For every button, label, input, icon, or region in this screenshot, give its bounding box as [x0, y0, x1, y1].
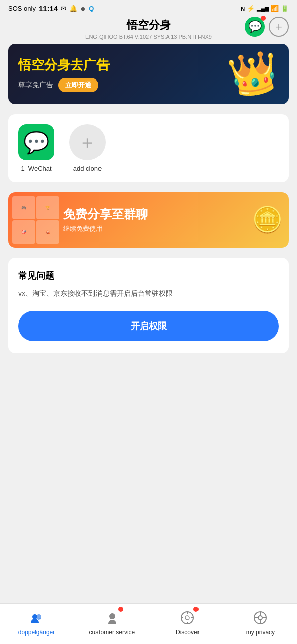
- nav-item-customer-service[interactable]: customer service: [89, 609, 135, 636]
- nav-label-discover: Discover: [176, 629, 200, 636]
- nav-label-customer-service: customer service: [89, 629, 135, 636]
- crown-icon: 👑: [229, 54, 279, 94]
- doppelganger-icon: [28, 609, 46, 627]
- apps-section: 💬 1_WeChat ＋ add clone: [8, 114, 289, 182]
- discover-icon: [178, 609, 196, 627]
- header-icons: 💬 ＋: [245, 17, 289, 37]
- coins-icon: 🪙: [252, 207, 289, 232]
- qq-icon: Q: [89, 5, 94, 12]
- my-privacy-icon: [251, 609, 269, 627]
- nav-label-doppelganger: doppelgänger: [18, 629, 55, 636]
- wechat-badge: [261, 16, 266, 21]
- ad-title: 悟空分身去广告: [18, 56, 110, 74]
- promo-text-area: 免费分享至群聊 继续免费使用: [63, 200, 252, 239]
- promo-img-4: 🎪: [36, 220, 59, 244]
- svg-point-11: [258, 616, 262, 620]
- app-item-wechat[interactable]: 💬 1_WeChat: [18, 124, 54, 172]
- nfc-icon: N: [241, 6, 245, 12]
- faq-button[interactable]: 开启权限: [18, 311, 279, 341]
- ad-open-button[interactable]: 立即开通: [58, 78, 98, 92]
- nav-item-my-privacy[interactable]: my privacy: [240, 609, 280, 636]
- bottom-spacer: [8, 363, 289, 414]
- wifi-icon: 📶: [271, 5, 279, 12]
- recording-icon: ⏺: [80, 6, 86, 12]
- status-time: 11:14: [39, 4, 58, 13]
- nav-item-doppelganger[interactable]: doppelgänger: [17, 609, 57, 636]
- wechat-button[interactable]: 💬: [245, 17, 265, 37]
- nav-label-my-privacy: my privacy: [246, 629, 275, 636]
- app-icon-wechat: 💬: [18, 124, 54, 160]
- header-title: 悟空分身: [30, 18, 267, 33]
- wechat-app-icon: 💬: [23, 130, 49, 155]
- add-clone-icon: ＋: [78, 130, 96, 155]
- promo-img-2: 🏆: [36, 196, 59, 219]
- svg-point-5: [185, 616, 189, 620]
- faq-title: 常见问题: [18, 270, 279, 282]
- app-item-add[interactable]: ＋ add clone: [69, 124, 106, 172]
- bottom-nav: doppelgänger customer service Disco: [0, 603, 297, 644]
- add-button[interactable]: ＋: [269, 17, 289, 37]
- status-left: SOS only 11:14 ✉ 🔔 ⏺ Q: [8, 4, 94, 13]
- customer-service-icon: [103, 609, 121, 627]
- nav-item-discover[interactable]: Discover: [167, 609, 208, 636]
- svg-point-3: [111, 613, 114, 616]
- header-subtitle: ENG:QIHOO BT:64 V:1027 SYS:A 13 PB:NTH-N…: [30, 34, 267, 40]
- app-label-add: add clone: [73, 165, 102, 172]
- bluetooth-icon: ⚡: [247, 5, 255, 12]
- bell-icon: 🔔: [69, 5, 77, 12]
- faq-section: 常见问题 vx、淘宝、京东接收不到消息需开启后台常驻权限 开启权限: [8, 258, 289, 353]
- envelope-icon: ✉: [61, 5, 66, 12]
- promo-title: 免费分享至群聊: [63, 206, 252, 222]
- customer-service-badge: [118, 607, 123, 612]
- sos-label: SOS only: [8, 5, 36, 12]
- battery-icon: 🔋: [281, 5, 289, 12]
- plus-icon: ＋: [273, 19, 284, 34]
- status-bar: SOS only 11:14 ✉ 🔔 ⏺ Q N ⚡ ▂▄▆ 📶 🔋: [0, 0, 297, 15]
- app-label-wechat: 1_WeChat: [21, 165, 51, 172]
- promo-subtitle: 继续免费使用: [63, 224, 252, 233]
- main-content: 悟空分身去广告 尊享免广告 立即开通 👑 💬 1_WeChat ＋ add cl…: [0, 44, 297, 414]
- status-right: N ⚡ ▂▄▆ 📶 🔋: [241, 5, 289, 12]
- ad-subtitle-text: 尊享免广告: [18, 80, 53, 90]
- promo-img-1: 🎮: [12, 196, 35, 219]
- ad-left: 悟空分身去广告 尊享免广告 立即开通: [18, 56, 110, 92]
- ad-banner: 悟空分身去广告 尊享免广告 立即开通 👑: [8, 44, 289, 104]
- discover-badge: [193, 607, 199, 612]
- wechat-icon: 💬: [248, 20, 262, 33]
- faq-text: vx、淘宝、京东接收不到消息需开启后台常驻权限: [18, 288, 279, 299]
- ad-subtitle-row: 尊享免广告 立即开通: [18, 78, 110, 92]
- app-icon-add: ＋: [69, 124, 106, 160]
- header: 悟空分身 ENG:QIHOO BT:64 V:1027 SYS:A 13 PB:…: [0, 15, 297, 44]
- promo-images: 🎮 🏆 🎯 🎪: [8, 192, 63, 248]
- signal-icon: ▂▄▆: [257, 5, 269, 12]
- promo-banner[interactable]: 🎮 🏆 🎯 🎪 免费分享至群聊 继续免费使用 🪙: [8, 192, 289, 248]
- promo-img-3: 🎯: [12, 220, 35, 244]
